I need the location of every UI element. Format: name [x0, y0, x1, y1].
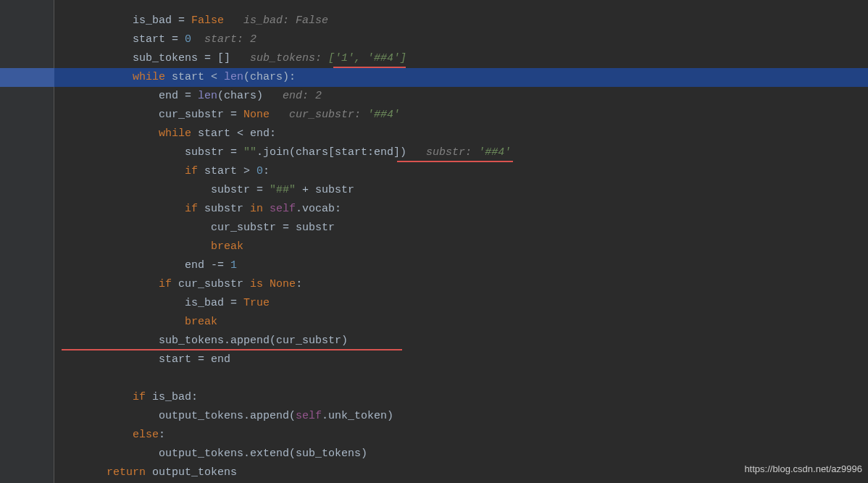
inline-debug-hint: is_bad: False	[224, 14, 328, 27]
code-line[interactable]: is_bad = True	[54, 294, 868, 313]
code-line[interactable]: if substr in self.vocab:	[54, 200, 868, 219]
inline-debug-hint: substr: '##4'	[406, 146, 511, 159]
code-line[interactable]: is_bad = False is_bad: False	[54, 12, 868, 30]
code-line[interactable]: output_tokens.append(self.unk_token)	[54, 407, 868, 426]
watermark-text: https://blog.csdn.net/az9996	[744, 460, 862, 479]
inline-debug-hint: sub_tokens: ['1', '##4']	[230, 52, 406, 64]
code-line[interactable]: if cur_substr is None:	[54, 275, 868, 294]
code-line-blank[interactable]	[54, 369, 868, 388]
code-line[interactable]: cur_substr = substr	[54, 219, 868, 238]
code-line[interactable]: substr = "".join(chars[start:end]) subst…	[54, 143, 868, 162]
code-line[interactable]: break	[54, 238, 868, 256]
inline-debug-hint: cur_substr: '##4'	[270, 109, 400, 121]
code-line[interactable]: break	[54, 313, 868, 332]
code-line[interactable]: sub_tokens = [] sub_tokens: ['1', '##4']	[54, 49, 868, 68]
code-line-current[interactable]: while start < len(chars):	[54, 68, 868, 87]
inline-debug-hint: start: 2	[191, 33, 256, 46]
code-editor[interactable]: is_bad = False is_bad: False start = 0 s…	[54, 0, 868, 483]
code-line[interactable]: start = end	[54, 350, 868, 369]
code-line[interactable]: end = len(chars) end: 2	[54, 87, 868, 106]
annotation-underline	[397, 161, 513, 162]
code-line[interactable]: substr = "##" + substr	[54, 181, 868, 200]
annotation-underline	[62, 349, 402, 350]
code-line[interactable]: start = 0 start: 2	[54, 30, 868, 49]
code-line[interactable]: sub_tokens.append(cur_substr)	[54, 332, 868, 350]
code-line[interactable]: while start < end:	[54, 125, 868, 143]
inline-debug-hint: end: 2	[263, 90, 322, 102]
code-line[interactable]: else:	[54, 426, 868, 445]
code-line[interactable]: cur_substr = None cur_substr: '##4'	[54, 106, 868, 125]
current-line-gutter	[0, 68, 54, 87]
annotation-underline	[333, 67, 406, 68]
code-line[interactable]: if is_bad:	[54, 388, 868, 407]
code-line[interactable]: end -= 1	[54, 256, 868, 275]
code-line[interactable]: if start > 0:	[54, 162, 868, 181]
